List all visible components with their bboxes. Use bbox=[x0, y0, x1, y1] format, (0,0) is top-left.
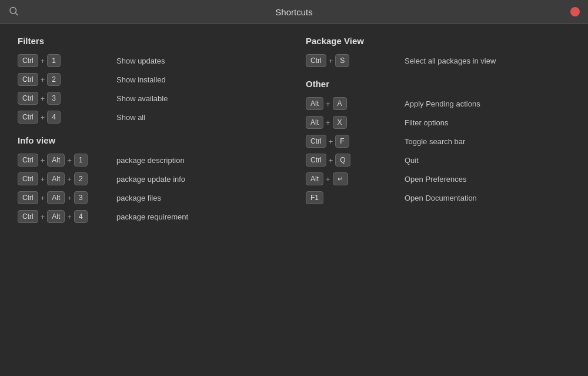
shortcut-row: Ctrl + Alt + 3 package files bbox=[18, 191, 282, 204]
shortcut-row: Ctrl + Alt + 4 package requirement bbox=[18, 210, 282, 223]
key-alt: Alt bbox=[306, 97, 323, 110]
shortcut-row: Ctrl + Alt + 1 package description bbox=[18, 154, 282, 167]
shortcut-row: Ctrl + Q Quit bbox=[306, 154, 570, 167]
action-label: package description bbox=[116, 156, 185, 165]
package-view-section: Package View Ctrl + S Select all package… bbox=[306, 36, 570, 67]
left-column: Filters Ctrl + 1 Show updates Ctrl + 2 S… bbox=[18, 36, 282, 229]
shortcut-row: Ctrl + 3 Show available bbox=[18, 92, 282, 105]
key-combo: Alt + A bbox=[306, 97, 400, 110]
info-view-section: Info view Ctrl + Alt + 1 package descrip… bbox=[18, 135, 282, 223]
key-ctrl: Ctrl bbox=[306, 54, 326, 67]
key-combo: Alt + ↵ bbox=[306, 172, 400, 185]
action-label: Toggle search bar bbox=[405, 137, 465, 146]
package-view-title: Package View bbox=[306, 36, 570, 46]
page-title: Shortcuts bbox=[275, 7, 312, 17]
key-2: 2 bbox=[47, 73, 61, 86]
key-4: 4 bbox=[47, 111, 61, 124]
action-label: Show available bbox=[116, 94, 168, 103]
key-combo: Ctrl + Alt + 4 bbox=[18, 210, 112, 223]
key-combo: F1 bbox=[306, 191, 400, 204]
key-combo: Ctrl + Alt + 2 bbox=[18, 172, 112, 185]
shortcut-row: Ctrl + 4 Show all bbox=[18, 111, 282, 124]
shortcut-row: Alt + ↵ Open Preferences bbox=[306, 172, 570, 185]
key-combo: Ctrl + S bbox=[306, 54, 400, 67]
action-label: Filter options bbox=[405, 118, 448, 127]
key-x: X bbox=[333, 116, 347, 129]
key-ctrl: Ctrl bbox=[306, 135, 326, 148]
action-label: package files bbox=[116, 194, 161, 202]
svg-point-0 bbox=[10, 8, 16, 14]
action-label: Show updates bbox=[116, 56, 165, 65]
key-q: Q bbox=[335, 154, 350, 167]
key-combo: Ctrl + 2 bbox=[18, 73, 112, 86]
shortcut-row: Ctrl + Alt + 2 package update info bbox=[18, 172, 282, 185]
key-3: 3 bbox=[74, 191, 88, 204]
key-alt: Alt bbox=[306, 116, 323, 129]
key-f1: F1 bbox=[306, 191, 323, 204]
action-label: Quit bbox=[405, 156, 419, 165]
other-section: Other Alt + A Apply Pending actions Alt … bbox=[306, 79, 570, 204]
key-ctrl: Ctrl bbox=[18, 172, 38, 185]
key-1: 1 bbox=[74, 154, 88, 167]
action-label: package update info bbox=[116, 175, 185, 184]
key-s: S bbox=[335, 54, 349, 67]
key-combo: Ctrl + 1 bbox=[18, 54, 112, 67]
filters-section: Filters Ctrl + 1 Show updates Ctrl + 2 S… bbox=[18, 36, 282, 124]
shortcut-row: Alt + X Filter options bbox=[306, 116, 570, 129]
key-combo: Ctrl + F bbox=[306, 135, 400, 148]
key-alt: Alt bbox=[47, 210, 65, 223]
key-3: 3 bbox=[47, 92, 61, 105]
key-combo: Ctrl + Alt + 1 bbox=[18, 154, 112, 167]
info-view-title: Info view bbox=[18, 135, 282, 145]
action-label: Select all packages in view bbox=[405, 56, 496, 65]
key-2: 2 bbox=[74, 172, 88, 185]
action-label: package requirement bbox=[116, 212, 188, 221]
key-ctrl: Ctrl bbox=[306, 154, 326, 167]
key-combo: Ctrl + Alt + 3 bbox=[18, 191, 112, 204]
action-label: Show all bbox=[116, 113, 145, 122]
key-alt: Alt bbox=[47, 154, 65, 167]
key-ctrl: Ctrl bbox=[18, 154, 38, 167]
key-ctrl: Ctrl bbox=[18, 111, 38, 124]
topbar: Shortcuts bbox=[0, 0, 588, 24]
shortcut-row: F1 Open Documentation bbox=[306, 191, 570, 204]
search-icon[interactable] bbox=[8, 6, 19, 18]
key-alt: Alt bbox=[47, 172, 65, 185]
action-label: Open Documentation bbox=[405, 194, 477, 202]
other-title: Other bbox=[306, 79, 570, 89]
key-combo: Alt + X bbox=[306, 116, 400, 129]
key-combo: Ctrl + 4 bbox=[18, 111, 112, 124]
close-button[interactable] bbox=[570, 7, 580, 16]
key-alt: Alt bbox=[306, 172, 323, 185]
shortcut-row: Ctrl + S Select all packages in view bbox=[306, 54, 570, 67]
key-ctrl: Ctrl bbox=[18, 191, 38, 204]
key-combo: Ctrl + Q bbox=[306, 154, 400, 167]
key-1: 1 bbox=[47, 54, 61, 67]
filters-title: Filters bbox=[18, 36, 282, 46]
action-label: Open Preferences bbox=[405, 175, 467, 184]
key-a: A bbox=[333, 97, 347, 110]
key-ctrl: Ctrl bbox=[18, 54, 38, 67]
shortcut-row: Ctrl + 2 Show installed bbox=[18, 73, 282, 86]
shortcut-row: Alt + A Apply Pending actions bbox=[306, 97, 570, 110]
key-combo: Ctrl + 3 bbox=[18, 92, 112, 105]
key-alt: Alt bbox=[47, 191, 65, 204]
key-ctrl: Ctrl bbox=[18, 73, 38, 86]
key-4: 4 bbox=[74, 210, 88, 223]
main-content: Filters Ctrl + 1 Show updates Ctrl + 2 S… bbox=[0, 24, 588, 241]
shortcut-row: Ctrl + F Toggle search bar bbox=[306, 135, 570, 148]
action-label: Show installed bbox=[116, 75, 166, 84]
key-enter: ↵ bbox=[333, 172, 348, 185]
key-ctrl: Ctrl bbox=[18, 210, 38, 223]
key-f: F bbox=[335, 135, 349, 148]
svg-line-1 bbox=[15, 13, 18, 15]
shortcut-row: Ctrl + 1 Show updates bbox=[18, 54, 282, 67]
action-label: Apply Pending actions bbox=[405, 99, 480, 108]
key-ctrl: Ctrl bbox=[18, 92, 38, 105]
right-column: Package View Ctrl + S Select all package… bbox=[306, 36, 570, 229]
